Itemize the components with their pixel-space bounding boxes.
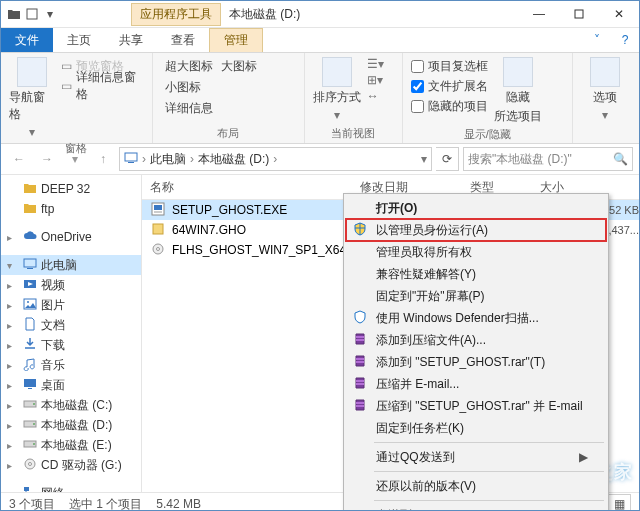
- tree-item[interactable]: ▸视频: [1, 275, 141, 295]
- menu-item[interactable]: 压缩到 "SETUP_GHOST.rar" 并 E-mail: [346, 395, 606, 417]
- svg-rect-3: [128, 162, 134, 163]
- svg-rect-35: [356, 405, 364, 407]
- minimize-button[interactable]: —: [519, 1, 559, 27]
- help-icon[interactable]: ?: [611, 28, 639, 52]
- chevron-right-icon[interactable]: ›: [273, 152, 277, 166]
- tab-manage[interactable]: 管理: [209, 28, 263, 52]
- group-showhide-label: 显示/隐藏: [411, 125, 564, 142]
- sort-button[interactable]: 排序方式 ▾: [313, 57, 361, 122]
- menu-item[interactable]: 还原以前的版本(V): [346, 475, 606, 497]
- search-input[interactable]: 搜索"本地磁盘 (D:)" 🔍: [463, 147, 633, 171]
- chevron-right-icon[interactable]: ›: [190, 152, 194, 166]
- doc-icon: [23, 318, 37, 332]
- expand-icon[interactable]: ▸: [7, 420, 12, 431]
- group-current-label: 当前视图: [313, 124, 394, 141]
- rar-icon: [352, 376, 368, 392]
- tree-item[interactable]: ftp: [1, 199, 141, 219]
- menu-item[interactable]: 添加到压缩文件(A)...: [346, 329, 606, 351]
- expand-icon[interactable]: ▸: [7, 300, 12, 311]
- context-menu[interactable]: 打开(O)以管理员身份运行(A)管理员取得所有权兼容性疑难解答(Y)固定到"开始…: [343, 193, 609, 511]
- tab-file[interactable]: 文件: [1, 28, 53, 52]
- menu-item[interactable]: 管理员取得所有权: [346, 241, 606, 263]
- expand-icon[interactable]: ▸: [7, 400, 12, 411]
- add-columns-icon[interactable]: ⊞▾: [367, 73, 384, 87]
- menu-item[interactable]: 通过QQ发送到▶: [346, 446, 606, 468]
- expand-icon[interactable]: ▸: [7, 320, 12, 331]
- history-dropdown-icon[interactable]: ▾: [421, 152, 427, 166]
- tree-item[interactable]: ▸本地磁盘 (C:): [1, 395, 141, 415]
- file-name: 64WIN7.GHO: [172, 223, 362, 237]
- expand-icon[interactable]: ▸: [7, 280, 12, 291]
- options-button[interactable]: 选项 ▾: [581, 57, 629, 122]
- expand-icon[interactable]: ▸: [7, 232, 12, 243]
- up-button[interactable]: ↑: [91, 147, 115, 171]
- menu-item[interactable]: 添加到 "SETUP_GHOST.rar"(T): [346, 351, 606, 373]
- chevron-right-icon[interactable]: ›: [142, 152, 146, 166]
- tree-item[interactable]: ▸图片: [1, 295, 141, 315]
- chk-hidden[interactable]: 隐藏的项目: [411, 97, 488, 115]
- refresh-button[interactable]: ⟳: [436, 147, 459, 171]
- layout-extra-large[interactable]: 超大图标 大图标: [161, 57, 257, 75]
- layout-small[interactable]: 小图标: [161, 78, 201, 96]
- menu-item[interactable]: 兼容性疑难解答(Y): [346, 263, 606, 285]
- tree-item-label: 此电脑: [41, 257, 77, 274]
- tree-item-label: 文档: [41, 317, 65, 334]
- back-button[interactable]: ←: [7, 147, 31, 171]
- tree-item[interactable]: ▸网络: [1, 483, 141, 492]
- close-button[interactable]: ✕: [599, 1, 639, 27]
- expand-icon[interactable]: ▸: [7, 340, 12, 351]
- tree-item[interactable]: ▸OneDrive: [1, 227, 141, 247]
- menu-item[interactable]: 发送到(N)▶: [346, 504, 606, 511]
- expand-icon[interactable]: ▸: [7, 488, 12, 493]
- details-pane-button[interactable]: ▭详细信息窗格: [61, 77, 144, 95]
- hide-selected-button[interactable]: 隐藏 所选项目: [494, 57, 542, 125]
- image-icon: [23, 298, 37, 312]
- search-icon[interactable]: 🔍: [613, 152, 628, 166]
- collapse-ribbon-icon[interactable]: ˅: [583, 28, 611, 52]
- col-name[interactable]: 名称: [150, 179, 360, 196]
- svg-rect-34: [356, 402, 364, 404]
- chk-file-ext[interactable]: 文件扩展名: [411, 77, 488, 95]
- tree-item[interactable]: ▸文档: [1, 315, 141, 335]
- menu-item[interactable]: 使用 Windows Defender扫描...: [346, 307, 606, 329]
- menu-item[interactable]: 压缩并 E-mail...: [346, 373, 606, 395]
- size-all-icon[interactable]: ↔: [367, 89, 384, 103]
- menu-item[interactable]: 固定到"开始"屏幕(P): [346, 285, 606, 307]
- recent-locations-button[interactable]: ▾: [63, 147, 87, 171]
- breadcrumb[interactable]: › 此电脑 › 本地磁盘 (D:) › ▾: [119, 147, 432, 171]
- tree-item[interactable]: ▸CD 驱动器 (G:): [1, 455, 141, 475]
- expand-icon[interactable]: ▾: [7, 260, 12, 271]
- tab-share[interactable]: 共享: [105, 28, 157, 52]
- expand-icon[interactable]: ▸: [7, 460, 12, 471]
- layout-details[interactable]: 详细信息: [161, 99, 213, 117]
- search-placeholder: 搜索"本地磁盘 (D:)": [468, 151, 572, 168]
- tab-view[interactable]: 查看: [157, 28, 209, 52]
- tree-item[interactable]: ▾此电脑: [1, 255, 141, 275]
- menu-item[interactable]: 固定到任务栏(K): [346, 417, 606, 439]
- expand-icon[interactable]: ▸: [7, 440, 12, 451]
- tree-item-label: 视频: [41, 277, 65, 294]
- maximize-button[interactable]: [559, 1, 599, 27]
- properties-icon[interactable]: [25, 7, 39, 21]
- menu-item[interactable]: 以管理员身份运行(A): [346, 219, 606, 241]
- group-by-icon[interactable]: ☰▾: [367, 57, 384, 71]
- menu-item[interactable]: 打开(O): [346, 197, 606, 219]
- breadcrumb-drive[interactable]: 本地磁盘 (D:): [198, 151, 269, 168]
- tree-item[interactable]: ▸桌面: [1, 375, 141, 395]
- qat-dropdown-icon[interactable]: ▾: [43, 7, 57, 21]
- tree-item[interactable]: ▸音乐: [1, 355, 141, 375]
- tree-item[interactable]: ▸下载: [1, 335, 141, 355]
- breadcrumb-this-pc[interactable]: 此电脑: [150, 151, 186, 168]
- expand-icon[interactable]: ▸: [7, 380, 12, 391]
- forward-button[interactable]: →: [35, 147, 59, 171]
- thumbnails-view-button[interactable]: ▦: [607, 494, 631, 511]
- tree-item[interactable]: ▸本地磁盘 (D:): [1, 415, 141, 435]
- tree-item[interactable]: DEEP 32: [1, 179, 141, 199]
- expand-icon[interactable]: ▸: [7, 360, 12, 371]
- tree-item[interactable]: ▸本地磁盘 (E:): [1, 435, 141, 455]
- nav-tree[interactable]: DEEP 32ftp▸OneDrive▾此电脑▸视频▸图片▸文档▸下载▸音乐▸桌…: [1, 175, 142, 492]
- nav-pane-button[interactable]: 导航窗格 ▾: [9, 57, 55, 139]
- chk-item-checkboxes[interactable]: 项目复选框: [411, 57, 488, 75]
- tab-home[interactable]: 主页: [53, 28, 105, 52]
- tree-item-label: DEEP 32: [41, 182, 90, 196]
